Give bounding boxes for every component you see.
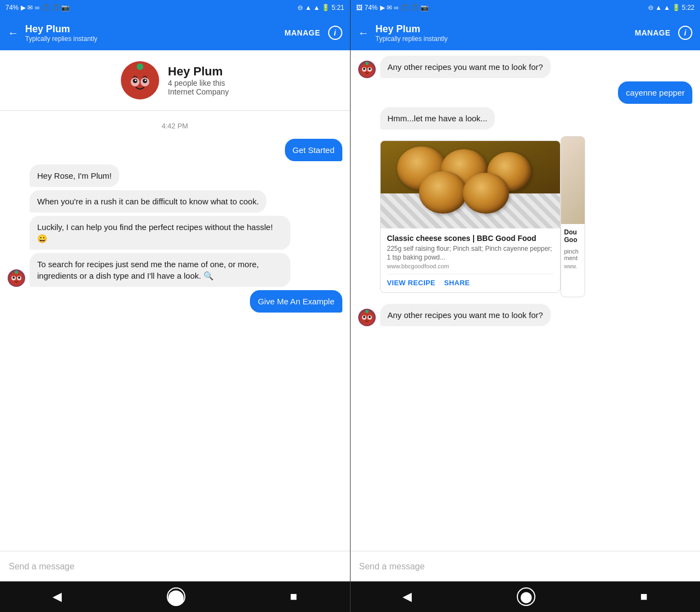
- recipe-info: Classic cheese scones | BBC Good Food 22…: [381, 228, 560, 292]
- header-actions-left: MANAGE i: [284, 26, 342, 40]
- profile-likes: 4 people like this: [168, 79, 229, 87]
- svg-point-18: [363, 68, 365, 70]
- message-row: Get Started: [8, 139, 342, 161]
- message-row: Luckily, I can help you find the perfect…: [8, 216, 342, 250]
- profile-type: Internet Company: [168, 87, 229, 96]
- header-title-left: Hey Plum: [25, 23, 278, 35]
- bubble-sent-1: Get Started: [285, 139, 342, 161]
- svg-point-21: [365, 310, 369, 313]
- battery-percent-left: 74%: [5, 4, 19, 11]
- svg-point-12: [13, 276, 15, 279]
- profile-row: Hey Plum 4 people like this Internet Com…: [121, 61, 229, 99]
- recipe-actions: VIEW RECIPE SHARE: [387, 274, 553, 287]
- info-icon-left[interactable]: i: [328, 26, 342, 40]
- profile-card: Hey Plum 4 people like this Internet Com…: [0, 50, 350, 111]
- recent-nav-icon-left[interactable]: ■: [290, 590, 297, 604]
- time-right: 5:22: [682, 4, 695, 11]
- message-row: When you're in a rush it can be difficul…: [8, 190, 342, 213]
- status-bar-right-right: ⊖ ▲ ▲ 🔋 5:22: [648, 4, 695, 11]
- home-nav-icon-left[interactable]: ⬤: [167, 587, 185, 606]
- timestamp: 4:42 PM: [8, 122, 342, 130]
- message-row: Any other recipes you want me to look fo…: [358, 304, 693, 326]
- messages-container-left: 4:42 PM Get Started Hey Rose, I'm Plum! …: [0, 111, 350, 318]
- camera-icon: 🖼: [356, 4, 363, 11]
- right-screen: 🖼 74% ▶ ✉ ∞ 🎵 🎵 📷 ⊖ ▲ ▲ 🔋 5:22 ← Hey Plu…: [351, 0, 701, 581]
- chat-area-left[interactable]: Hey Plum 4 people like this Internet Com…: [0, 50, 350, 551]
- nav-bar: ◀ ⬤ ■ ◀ ⬤ ■: [0, 581, 700, 612]
- bubble-received-4: To search for recipes just send me the n…: [30, 253, 290, 287]
- status-icons-right: ▶ ✉ ∞ 🎵 🎵 📷: [380, 4, 429, 11]
- header-subtitle-left: Typically replies instantly: [25, 35, 278, 43]
- recipe-image: [381, 141, 560, 228]
- time-left: 5:21: [331, 4, 344, 11]
- share-button[interactable]: SHARE: [444, 279, 470, 287]
- back-button-left[interactable]: ←: [8, 27, 19, 39]
- recipe-title: Classic cheese scones | BBC Good Food: [387, 234, 553, 243]
- message-row: Give Me An Example: [8, 290, 342, 313]
- info-icon-right[interactable]: i: [678, 26, 692, 40]
- scone-visual: [381, 141, 560, 228]
- chat-header-left: ← Hey Plum Typically replies instantly M…: [0, 15, 350, 50]
- svg-point-0: [125, 67, 155, 97]
- avatar: [121, 61, 159, 99]
- left-screen: 74% ▶ ✉ ∞ 🎵 🎵 📷 ⊖ ▲ ▲ 🔋 5:21 ← Hey Plum …: [0, 0, 351, 581]
- bubble-received-3: Luckily, I can help you find the perfect…: [30, 216, 290, 250]
- svg-point-15: [365, 62, 369, 65]
- profile-name: Hey Plum: [168, 64, 229, 79]
- status-bar-left-info-right: 🖼 74% ▶ ✉ ∞ 🎵 🎵 📷: [356, 4, 429, 11]
- bot-avatar-small: [8, 269, 25, 287]
- header-title-right: Hey Plum: [376, 23, 628, 35]
- bubble-received-r1: Any other recipes you want me to look fo…: [380, 56, 551, 78]
- message-input-area-left[interactable]: Send a message: [0, 551, 350, 581]
- message-row: To search for recipes just send me the n…: [8, 253, 342, 287]
- message-input-placeholder-right[interactable]: Send a message: [359, 562, 425, 572]
- manage-button-right[interactable]: MANAGE: [635, 28, 670, 37]
- back-nav-icon-left[interactable]: ◀: [52, 590, 62, 604]
- nav-bar-right: ◀ ⬤ ■: [351, 581, 701, 612]
- recent-nav-icon-right[interactable]: ■: [640, 590, 648, 604]
- back-nav-icon-right[interactable]: ◀: [402, 590, 412, 604]
- message-input-placeholder-left[interactable]: Send a message: [9, 562, 74, 572]
- bubble-sent-r1: cayenne pepper: [618, 81, 692, 104]
- bubble-received-r3: Any other recipes you want me to look fo…: [380, 304, 551, 326]
- svg-point-6: [135, 80, 137, 81]
- header-actions-right: MANAGE i: [635, 26, 692, 40]
- scone-5: [463, 173, 509, 214]
- partial-desc: pinchment: [561, 248, 585, 261]
- message-row: Hmm...let me have a look...: [358, 107, 693, 130]
- status-bar-right-left: ⊖ ▲ ▲ 🔋 5:21: [298, 4, 344, 11]
- status-bar-left-info: 74% ▶ ✉ ∞ 🎵 🎵 📷: [5, 4, 69, 11]
- bot-avatar-small-r1: [358, 61, 376, 78]
- chat-header-right: ← Hey Plum Typically replies instantly M…: [351, 15, 701, 50]
- status-bar-right: 🖼 74% ▶ ✉ ∞ 🎵 🎵 📷 ⊖ ▲ ▲ 🔋 5:22: [351, 0, 701, 15]
- profile-text: Hey Plum 4 people like this Internet Com…: [168, 64, 229, 96]
- partial-title: DouGoo: [561, 224, 585, 248]
- recipe-url: www.bbcgoodfood.com: [387, 263, 553, 269]
- recipe-cards-row: Classic cheese scones | BBC Good Food 22…: [358, 136, 693, 297]
- status-icons-left: ▶ ✉ ∞ 🎵 🎵 📷: [21, 4, 69, 11]
- svg-point-25: [369, 316, 371, 318]
- message-input-area-right[interactable]: Send a message: [351, 551, 701, 581]
- svg-point-7: [145, 80, 147, 81]
- chat-area-right[interactable]: Any other recipes you want me to look fo…: [351, 50, 701, 551]
- manage-button-left[interactable]: MANAGE: [284, 28, 320, 37]
- message-row: Any other recipes you want me to look fo…: [358, 56, 693, 78]
- nav-bar-left: ◀ ⬤ ■: [0, 581, 350, 612]
- recipe-card-partial: DouGoo pinchment www.: [561, 136, 585, 297]
- svg-point-19: [369, 68, 371, 70]
- back-button-right[interactable]: ←: [358, 27, 369, 39]
- bubble-received-1: Hey Rose, I'm Plum!: [30, 164, 119, 187]
- scone-4: [419, 171, 467, 214]
- status-bar-left: 74% ▶ ✉ ∞ 🎵 🎵 📷 ⊖ ▲ ▲ 🔋 5:21: [0, 0, 350, 15]
- header-subtitle-right: Typically replies instantly: [376, 35, 628, 43]
- header-info-right: Hey Plum Typically replies instantly: [376, 23, 628, 43]
- view-recipe-button[interactable]: VIEW RECIPE: [387, 279, 436, 287]
- bot-avatar-small-r2: [358, 309, 376, 326]
- svg-point-24: [363, 316, 365, 318]
- bubble-received-2: When you're in a rush it can be difficul…: [30, 190, 266, 213]
- home-nav-icon-right[interactable]: ⬤: [517, 587, 535, 606]
- messages-container-right: Any other recipes you want me to look fo…: [351, 50, 701, 332]
- svg-point-9: [15, 270, 18, 274]
- battery-percent-right: 74%: [365, 4, 378, 11]
- partial-image: [561, 137, 585, 224]
